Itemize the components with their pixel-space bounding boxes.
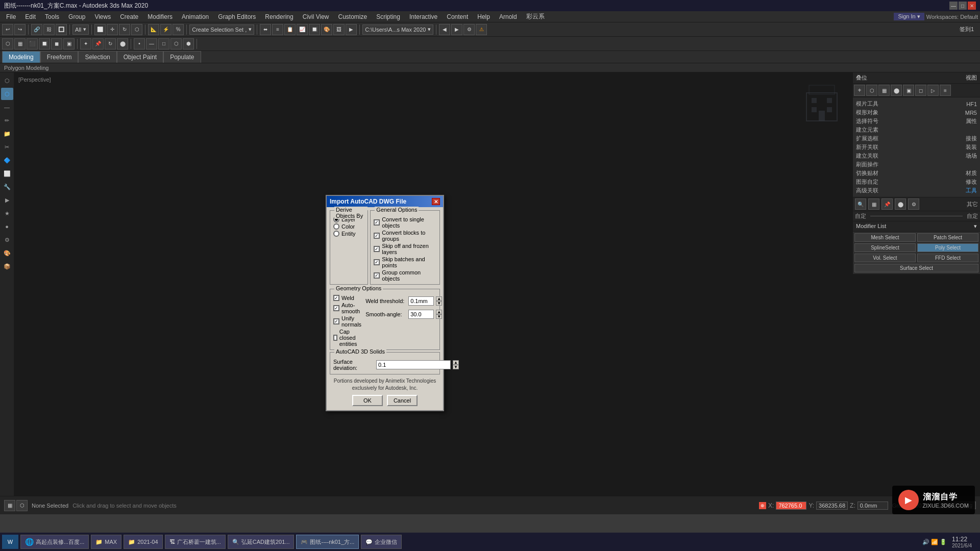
bind-button[interactable]: 🔳 — [56, 24, 67, 35]
check-weld-row[interactable]: Weld — [333, 294, 361, 302]
modifier-patch-select[interactable]: Patch Select — [917, 233, 978, 242]
viewport-shading-2[interactable]: ▦ — [14, 38, 26, 49]
check-cap-entities-row[interactable]: Cap closed entities — [333, 328, 361, 347]
curve-editor-button[interactable]: 📈 — [297, 24, 308, 35]
rp-nav-4[interactable]: ⬤ — [895, 198, 906, 210]
xform-button[interactable]: ✦ — [80, 38, 91, 49]
path-dropdown[interactable]: C:\Users\A...s Max 2020 ▾ — [362, 24, 433, 35]
create-selection-set-dropdown[interactable]: Create Selection Set , ▾ — [189, 24, 254, 35]
edge-button[interactable]: — — [146, 38, 157, 49]
taskbar-arch[interactable]: 🏗 广石桥藿一建筑... — [165, 535, 226, 549]
check-skip-batches-row[interactable]: Skip batches and points — [374, 256, 436, 269]
smooth-angle-down[interactable]: ▼ — [436, 314, 442, 319]
taskbar-max[interactable]: 📁 MAX — [91, 535, 121, 549]
minimize-button[interactable]: — — [949, 2, 958, 10]
check-group-common[interactable] — [374, 272, 380, 279]
redo-button[interactable]: ↪ — [14, 24, 26, 35]
dialog-ok-button[interactable]: OK — [352, 395, 383, 406]
rp-icon-4[interactable]: ⬤ — [891, 85, 902, 96]
warning-button[interactable]: ⚠ — [476, 24, 487, 35]
material-editor-button[interactable]: 🎨 — [321, 24, 332, 35]
rp-nav-5[interactable]: ⚙ — [908, 198, 919, 210]
sidebar-icon-star[interactable]: ★ — [1, 207, 13, 219]
vertex-button[interactable]: • — [134, 38, 145, 49]
sidebar-icon-draw[interactable]: — — [1, 101, 13, 113]
rotate-button[interactable]: ↻ — [119, 24, 130, 35]
viewport-shading-5[interactable]: ◼ — [51, 38, 62, 49]
menu-customize[interactable]: Customize — [334, 12, 372, 21]
menu-file[interactable]: File — [2, 12, 20, 21]
check-skip-frozen[interactable] — [374, 246, 380, 252]
smooth-angle-up[interactable]: ▲ — [436, 310, 442, 314]
sidebar-icon-folder[interactable]: 📁 — [1, 128, 13, 140]
ring-button[interactable]: ⬤ — [117, 38, 128, 49]
menu-civil-view[interactable]: Civil View — [299, 12, 333, 21]
rp-nav-1[interactable]: 🔍 — [855, 198, 866, 210]
sidebar-icon-gear[interactable]: ⚙ — [1, 234, 13, 246]
border-button[interactable]: □ — [158, 38, 169, 49]
weld-threshold-up[interactable]: ▲ — [436, 296, 442, 301]
percent-snap-button[interactable]: % — [173, 24, 184, 35]
rp-icon-8[interactable]: ≡ — [940, 85, 951, 96]
taskbar-wechat[interactable]: 💬 企业微信 — [361, 535, 402, 549]
check-weld[interactable] — [333, 295, 339, 301]
menu-arnold[interactable]: Arnold — [495, 12, 521, 21]
viewport-shading-3[interactable]: ⬛ — [27, 38, 38, 49]
menu-rendering[interactable]: Rendering — [261, 12, 297, 21]
snap-button[interactable]: 📐 — [148, 24, 159, 35]
menu-graph-editors[interactable]: Graph Editors — [214, 12, 260, 21]
taskbar-3dsmax[interactable]: 🎮 图纸----nk01_方... — [296, 535, 359, 549]
radio-entity[interactable] — [333, 231, 339, 237]
loop-button[interactable]: ↻ — [105, 38, 116, 49]
radio-color[interactable] — [333, 223, 339, 230]
rp-icon-6[interactable]: ◻ — [915, 85, 926, 96]
tab-object-paint[interactable]: Object Paint — [117, 51, 163, 63]
viewport-shading-6[interactable]: ▣ — [63, 38, 75, 49]
check-cap-entities[interactable] — [333, 335, 337, 341]
tab-selection[interactable]: Selection — [78, 51, 116, 63]
modifier-vol-select[interactable]: Vol. Select — [854, 254, 916, 262]
link-button[interactable]: 🔗 — [31, 24, 42, 35]
mirror-button[interactable]: ⬌ — [260, 24, 271, 35]
dialog-close-button[interactable]: ✕ — [432, 198, 440, 205]
dialog-cancel-button[interactable]: Cancel — [387, 395, 418, 406]
tab-modeling[interactable]: Modeling — [2, 51, 40, 63]
menu-scripting[interactable]: Scripting — [372, 12, 404, 21]
rp-icon-2[interactable]: ⬡ — [866, 85, 877, 96]
right-arrow-button[interactable]: ▶ — [451, 24, 462, 35]
select-button[interactable]: ⬜ — [94, 24, 106, 35]
modifier-list-dropdown[interactable]: ▾ — [974, 223, 977, 230]
rp-icon-7[interactable]: ▷ — [927, 85, 939, 96]
modifier-poly-select[interactable]: Poly Select — [917, 243, 978, 252]
sidebar-icon-shape[interactable]: 🔷 — [1, 154, 13, 166]
status-icon-2[interactable]: ⬡ — [16, 500, 28, 511]
surface-deviation-input[interactable] — [376, 360, 451, 369]
menu-content[interactable]: Content — [443, 12, 472, 21]
viewport-shading-1[interactable]: ⬡ — [2, 38, 13, 49]
layer-manager-button[interactable]: 📋 — [284, 24, 296, 35]
menu-views[interactable]: Views — [90, 12, 115, 21]
render-icon-button[interactable]: ⚙ — [463, 24, 475, 35]
surface-deviation-up[interactable]: ▲ — [453, 360, 459, 365]
rp-icon-5[interactable]: ▣ — [903, 85, 914, 96]
sidebar-icon-cut[interactable]: ✂ — [1, 141, 13, 153]
viewport[interactable]: [Perspective] Import AutoCAD DWG File ✕ — [14, 72, 852, 514]
sign-in-dropdown[interactable]: Sign In ▾ — [894, 13, 924, 20]
polygon-button[interactable]: ⬡ — [170, 38, 182, 49]
modifier-mesh-select[interactable]: Mesh Select — [854, 233, 916, 242]
check-autosmooth[interactable] — [333, 305, 339, 311]
menu-create[interactable]: Create — [116, 12, 142, 21]
sidebar-icon-active[interactable]: ⬡ — [1, 88, 13, 100]
viewport-shading-4[interactable]: 🔲 — [39, 38, 50, 49]
check-skip-frozen-row[interactable]: Skip off and frozen layers — [374, 242, 436, 256]
status-icon-1[interactable]: ▦ — [4, 500, 15, 511]
weld-threshold-input[interactable] — [408, 296, 434, 306]
check-skip-batches[interactable] — [374, 259, 380, 265]
rp-icon-3[interactable]: ▦ — [878, 85, 890, 96]
coord-mode-button[interactable]: ⊕ — [759, 502, 766, 509]
modifier-ffd-select[interactable]: FFD Select — [917, 254, 978, 262]
sidebar-icon-circle[interactable]: ● — [1, 220, 13, 233]
check-group-common-row[interactable]: Group common objects — [374, 269, 436, 282]
sidebar-icon-play[interactable]: ▶ — [1, 194, 13, 206]
sidebar-icon-box[interactable]: 📦 — [1, 260, 13, 272]
